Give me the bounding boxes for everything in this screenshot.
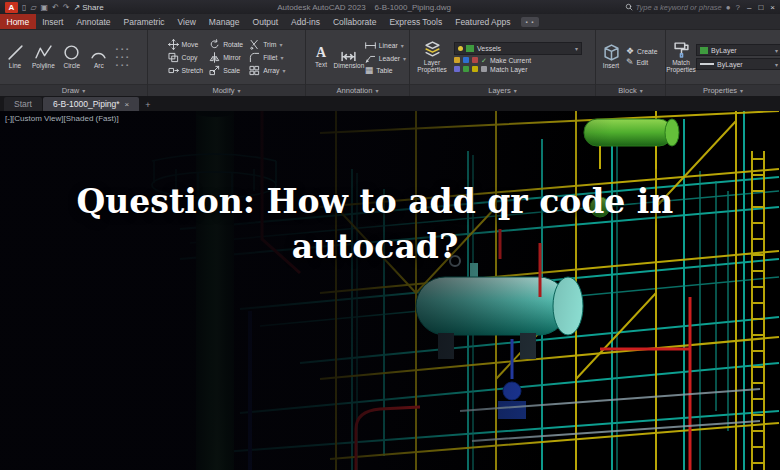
tab-label: Annotate <box>76 17 110 27</box>
tab-annotate[interactable]: Annotate <box>70 14 117 29</box>
scale-button[interactable]: Scale <box>209 65 243 76</box>
color-control[interactable]: ByLayer ▾ <box>696 44 780 56</box>
close-button[interactable]: × <box>770 3 775 12</box>
tab-insert[interactable]: Insert <box>36 14 70 29</box>
properties-panel-footer[interactable]: Properties ▾ <box>666 84 780 96</box>
fillet-button[interactable]: Fillet▾ <box>249 52 285 63</box>
layer-tool-icon <box>472 66 478 72</box>
undo-icon[interactable]: ↶ <box>52 3 59 12</box>
tab-label: View <box>178 17 196 27</box>
tab-add-ins[interactable]: Add-ins <box>285 14 327 29</box>
copy-button[interactable]: Copy <box>168 52 204 63</box>
chevron-down-icon: ▾ <box>82 87 85 94</box>
array-button[interactable]: Array▾ <box>249 65 285 76</box>
tab-manage[interactable]: Manage <box>202 14 246 29</box>
account-icon[interactable]: ● <box>726 3 731 12</box>
layer-color-swatch <box>466 45 474 52</box>
layer-properties-label: Layer Properties <box>415 59 449 73</box>
arc-button[interactable]: Arc <box>87 43 111 70</box>
pencil-icon: ✎ <box>626 58 634 67</box>
trim-label: Trim <box>263 41 276 48</box>
lineweight-value: ByLayer <box>717 61 772 68</box>
search-input[interactable]: Type a keyword or phrase <box>625 3 722 12</box>
dark-overlay <box>0 111 780 470</box>
title-bar: A ▯ ▱ ▣ ↶ ↷ ↗ Share Autodesk AutoCAD 202… <box>0 0 780 14</box>
share-button[interactable]: ↗ Share <box>74 3 104 12</box>
search-icon <box>625 3 633 11</box>
draw-panel-footer[interactable]: Draw ▾ <box>0 84 147 96</box>
rotate-button[interactable]: Rotate <box>209 39 243 50</box>
text-button[interactable]: A Text <box>309 45 333 69</box>
table-icon: ▦ <box>365 66 374 75</box>
save-icon[interactable]: ▣ <box>41 3 49 12</box>
line-button[interactable]: Line <box>3 43 27 70</box>
polyline-button[interactable]: Polyline <box>30 43 57 70</box>
leader-button[interactable]: Leader▾ <box>365 53 406 64</box>
new-icon[interactable]: ▯ <box>22 3 26 12</box>
open-icon[interactable]: ▱ <box>30 3 36 12</box>
stretch-icon <box>168 65 179 76</box>
block-panel-footer[interactable]: Block ▾ <box>596 84 665 96</box>
layer-tool-icon <box>454 57 460 63</box>
redo-icon[interactable]: ↷ <box>63 3 70 12</box>
document-title: 6-B-1000_Piping.dwg <box>375 3 452 12</box>
titlebar-account-icons[interactable]: ● ? <box>726 3 740 12</box>
make-current-button[interactable]: ✓ Make Current <box>454 57 582 64</box>
draw-extra-tools[interactable]: ▪▪▪ ▪▪▪ ▪▪▪ <box>116 46 128 68</box>
color-value: ByLayer <box>711 47 772 54</box>
layer-dropdown[interactable]: Vessels ▾ <box>454 42 582 55</box>
file-tab-start[interactable]: Start <box>4 97 42 111</box>
tab-output[interactable]: Output <box>246 14 285 29</box>
mirror-button[interactable]: Mirror <box>209 52 243 63</box>
help-icon[interactable]: ? <box>736 3 740 12</box>
chevron-down-icon: ▾ <box>282 67 285 74</box>
move-button[interactable]: Move <box>168 39 204 50</box>
match-layer-label: Match Layer <box>490 66 527 73</box>
layer-tool-icon <box>454 66 460 72</box>
dimension-button[interactable]: Dimension <box>336 43 362 70</box>
tab-collaborate[interactable]: Collaborate <box>326 14 382 29</box>
match-properties-button[interactable]: Match Properties <box>669 40 693 74</box>
tab-home[interactable]: Home <box>0 14 36 29</box>
autocad-logo-icon[interactable]: A <box>5 2 18 13</box>
insert-button[interactable]: Insert <box>599 43 623 70</box>
tab-view[interactable]: View <box>171 14 202 29</box>
file-tab-drawing[interactable]: 6-B-1000_Piping* × <box>43 97 139 111</box>
drawing-viewport[interactable]: [-][Custom View][Shaded (Fast)] Question… <box>0 111 780 470</box>
viewport-controls[interactable]: [-][Custom View][Shaded (Fast)] <box>5 114 119 123</box>
arc-label: Arc <box>94 62 104 69</box>
table-button[interactable]: ▦Table <box>365 66 406 75</box>
lineweight-control[interactable]: ByLayer ▾ <box>696 58 780 70</box>
text-label: Text <box>315 61 327 68</box>
minimize-button[interactable]: – <box>747 3 751 12</box>
layer-properties-icon <box>424 41 441 58</box>
tab-express-tools[interactable]: Express Tools <box>383 14 449 29</box>
tab-parametric[interactable]: Parametric <box>117 14 171 29</box>
new-tab-button[interactable]: + <box>140 99 155 111</box>
create-block-button[interactable]: ❖Create <box>626 47 657 56</box>
insert-block-icon <box>603 44 620 61</box>
chevron-down-icon: ▾ <box>403 55 406 62</box>
ribbon-overflow-button[interactable]: ▪ ▪ <box>521 17 539 27</box>
layers-panel-footer[interactable]: Layers ▾ <box>410 84 595 96</box>
create-block-icon: ❖ <box>626 47 634 56</box>
edit-label: Edit <box>637 59 649 66</box>
chevron-down-icon: ▾ <box>740 87 743 94</box>
tab-featured-apps[interactable]: Featured Apps <box>449 14 517 29</box>
edit-block-button[interactable]: ✎Edit <box>626 58 657 67</box>
fillet-icon <box>249 52 260 63</box>
stretch-button[interactable]: Stretch <box>168 65 204 76</box>
trim-button[interactable]: Trim▾ <box>249 39 285 50</box>
make-current-label: Make Current <box>490 57 531 64</box>
linear-button[interactable]: Linear▾ <box>365 40 406 51</box>
dots-icon: ▪ ▪ <box>526 19 535 25</box>
match-layer-button[interactable]: Match Layer <box>454 66 582 73</box>
draw-panel: Line Polyline Circle Arc ▪▪▪ ▪▪▪ ▪▪ <box>0 30 148 96</box>
modify-panel-footer[interactable]: Modify ▾ <box>148 84 305 96</box>
maximize-button[interactable]: □ <box>758 3 763 12</box>
annotation-panel-footer[interactable]: Annotation ▾ <box>306 84 409 96</box>
layer-properties-button[interactable]: Layer Properties <box>413 40 451 74</box>
circle-button[interactable]: Circle <box>60 43 84 70</box>
close-tab-icon[interactable]: × <box>125 100 130 109</box>
layer-tool-icon <box>481 66 487 72</box>
